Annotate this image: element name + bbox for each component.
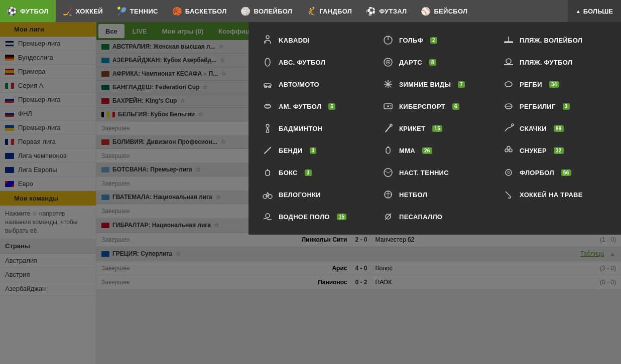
netball-icon — [382, 189, 394, 201]
nav-item-baseball[interactable]: ⚾ БЕЙСБОЛ — [414, 0, 474, 22]
sport-kabaddi[interactable]: KABADDI — [257, 30, 372, 50]
sport-empty — [498, 207, 613, 227]
sport-beach-football[interactable]: ПЛЯЖ. ФУТБОЛ — [498, 52, 613, 72]
boxing-icon — [262, 166, 274, 178]
basketball-icon: 🏀 — [172, 6, 182, 16]
beach-volleyball-icon — [503, 34, 515, 46]
sport-badminton[interactable]: БАДМИНТОН — [257, 118, 372, 138]
sport-auto-moto[interactable]: АВТО/МОТО — [257, 74, 372, 94]
auto-moto-icon — [262, 78, 274, 90]
top-nav: ⚽ ФУТБОЛ 🏒 ХОККЕЙ 🎾 ТЕННИС 🏀 БАСКЕТБОЛ 🏐… — [0, 0, 621, 22]
sport-bandy[interactable]: БЕНДИ 3 — [257, 140, 372, 160]
kabaddi-icon — [262, 34, 274, 46]
sport-cycling[interactable]: ВЕЛОГОНКИ — [257, 185, 372, 205]
sport-horse-racing[interactable]: СКАЧКИ 99 — [498, 118, 613, 138]
rugby-icon — [503, 78, 515, 90]
sport-snooker[interactable]: СНУКЕР 32 — [498, 140, 613, 160]
golf-icon — [382, 34, 394, 46]
sport-darts[interactable]: ДАРТС 8 — [377, 52, 492, 72]
svg-rect-5 — [504, 43, 513, 43]
nav-item-hockey[interactable]: 🏒 ХОККЕЙ — [56, 0, 110, 22]
beach-football-icon — [503, 56, 515, 68]
table-tennis-icon — [382, 166, 394, 178]
nav-item-futsal[interactable]: ⚽ ФУТЗАЛ — [359, 0, 414, 22]
sport-golf[interactable]: ГОЛЬФ 2 — [377, 30, 492, 50]
field-hockey-icon — [503, 189, 515, 201]
svg-point-22 — [265, 104, 271, 108]
mma-icon — [382, 144, 394, 156]
svg-point-21 — [505, 82, 512, 87]
darts-icon — [382, 56, 394, 68]
svg-point-11 — [388, 62, 389, 63]
sport-winter[interactable]: ЗИМНИЕ ВИДЫ 7 — [377, 74, 492, 94]
sport-beach-volleyball[interactable]: ПЛЯЖ. ВОЛЕЙБОЛ — [498, 30, 613, 50]
badminton-icon — [262, 122, 274, 134]
snooker-icon — [503, 144, 515, 156]
football-icon: ⚽ — [7, 6, 17, 16]
sport-field-hockey[interactable]: ХОККЕЙ НА ТРАВЕ — [498, 185, 613, 205]
nav-item-handball[interactable]: 🤾 ГАНДБОЛ — [299, 0, 359, 22]
svg-rect-43 — [266, 170, 270, 175]
svg-rect-38 — [386, 147, 390, 153]
sport-esports[interactable]: КИБЕРСПОРТ 6 — [377, 96, 492, 116]
svg-point-0 — [266, 36, 269, 39]
tennis-icon: 🎾 — [117, 6, 127, 16]
svg-point-36 — [390, 124, 392, 126]
svg-point-28 — [390, 105, 391, 106]
sport-boxing[interactable]: БОКС 3 — [257, 162, 372, 183]
rugby-league-icon — [503, 100, 515, 112]
sport-mma[interactable]: ММА 26 — [377, 140, 492, 160]
nav-more-button[interactable]: ▲ БОЛЬШЕ — [568, 0, 621, 22]
svg-point-15 — [265, 86, 267, 88]
horse-racing-icon — [503, 122, 515, 134]
hockey-icon: 🏒 — [63, 6, 73, 16]
svg-point-46 — [506, 169, 512, 175]
floorball-icon — [503, 166, 515, 178]
handball-icon: 🤾 — [306, 6, 316, 16]
sport-floorball[interactable]: ФЛОРБОЛ 56 — [498, 162, 613, 183]
sport-netball[interactable]: НЕТБОЛ — [377, 185, 492, 205]
water-polo-icon — [262, 211, 274, 223]
sport-water-polo[interactable]: ВОДНОЕ ПОЛО 15 — [257, 207, 372, 227]
cycling-icon — [262, 189, 274, 201]
chevron-up-icon: ▲ — [576, 9, 581, 14]
svg-point-8 — [265, 58, 270, 66]
dropdown-menu: KABADDI ГОЛЬФ 2 ПЛЯЖ. ВОЛЕЙБОЛ — [249, 22, 621, 235]
sport-am-football[interactable]: АМ. ФУТБОЛ 5 — [257, 96, 372, 116]
sport-table-tennis[interactable]: НАСТ. ТЕННИС — [377, 162, 492, 183]
baseball-icon: ⚾ — [421, 6, 431, 16]
svg-line-32 — [266, 127, 268, 132]
sport-cricket[interactable]: КРИКЕТ 15 — [377, 118, 492, 138]
svg-point-42 — [507, 146, 510, 149]
sport-pesapallo[interactable]: ПЕСАПАЛЛО — [377, 207, 492, 227]
sport-rugby[interactable]: РЕГБИ 34 — [498, 74, 613, 94]
sports-dropdown: KABADDI ГОЛЬФ 2 ПЛЯЖ. ВОЛЕЙБОЛ — [0, 22, 621, 364]
svg-point-37 — [512, 124, 514, 126]
pesapallo-icon — [382, 211, 394, 223]
svg-point-16 — [269, 86, 271, 88]
svg-point-52 — [266, 214, 270, 218]
nav-item-volleyball[interactable]: 🏐 ВОЛЕЙБОЛ — [234, 0, 300, 22]
sport-rugby-league[interactable]: РЕГБИЛИГ 3 — [498, 96, 613, 116]
svg-line-33 — [268, 127, 269, 132]
aussie-football-icon — [262, 56, 274, 68]
bandy-icon — [262, 144, 274, 156]
volleyball-icon: 🏐 — [241, 6, 251, 16]
svg-line-35 — [386, 126, 391, 132]
svg-rect-12 — [504, 64, 513, 65]
futsal-icon: ⚽ — [366, 6, 376, 16]
svg-point-13 — [506, 59, 511, 64]
am-football-icon — [262, 100, 274, 112]
cricket-icon — [382, 122, 394, 134]
svg-line-54 — [385, 214, 391, 220]
svg-point-31 — [266, 124, 269, 127]
winter-icon — [382, 78, 394, 90]
svg-point-47 — [508, 171, 510, 173]
nav-item-tennis[interactable]: 🎾 ТЕННИС — [110, 0, 165, 22]
nav-item-football[interactable]: ⚽ ФУТБОЛ — [0, 0, 56, 22]
esports-icon — [382, 100, 394, 112]
nav-item-basketball[interactable]: 🏀 БАСКЕТБОЛ — [165, 0, 234, 22]
sport-aussie-football[interactable]: АВС. ФУТБОЛ — [257, 52, 372, 72]
